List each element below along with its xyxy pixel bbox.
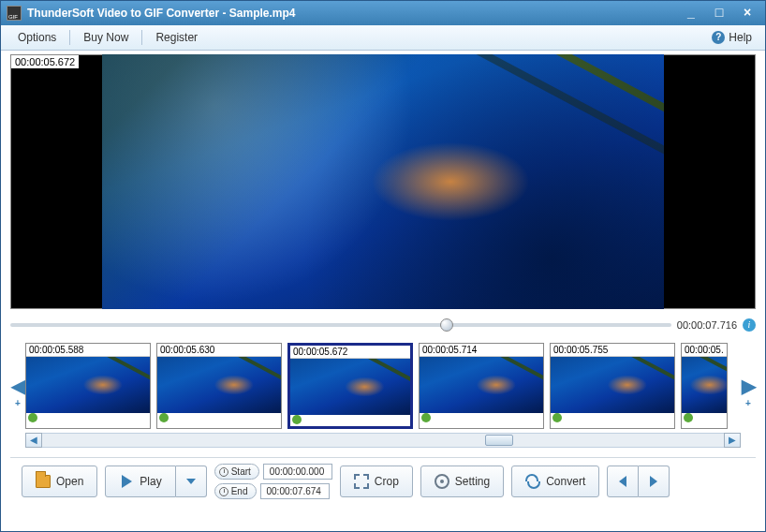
thumbnail-marker-icon (684, 413, 693, 422)
thumbnail-footer (682, 413, 727, 424)
thumbnail-scrollbar: ◀ ▶ (10, 433, 756, 448)
setting-button[interactable]: Setting (420, 466, 504, 497)
thumbnail-footer (26, 413, 150, 424)
crop-icon (354, 474, 369, 489)
crop-label: Crop (375, 475, 399, 488)
end-label: End (231, 486, 248, 496)
thumbnail-image (26, 357, 150, 413)
thumbnail-strip: ◀+ 00:00:05.58800:00:05.63000:00:05.6720… (10, 343, 756, 429)
thumbnail-image (551, 357, 674, 413)
open-label: Open (56, 475, 83, 488)
app-icon (7, 6, 22, 21)
thumbnail-footer (551, 413, 674, 424)
thumbnail[interactable]: 00:00:05.714 (419, 343, 544, 429)
window-title: ThunderSoft Video to GIF Converter - Sam… (27, 7, 683, 20)
video-frame-image (102, 54, 664, 309)
thumbnail[interactable]: 00:00:05. (681, 343, 728, 429)
thumbnail-image (290, 359, 410, 415)
thumbnail-timestamp: 00:00:05.630 (157, 344, 281, 357)
thumbnail-image (157, 357, 281, 413)
gear-icon (435, 474, 449, 489)
menu-buynow[interactable]: Buy Now (74, 27, 138, 48)
strip-next-button[interactable]: ▶+ (741, 352, 756, 420)
thumbnail-marker-icon (552, 413, 562, 422)
set-start-button[interactable]: Start (214, 464, 259, 480)
hscroll-thumb[interactable] (485, 435, 513, 446)
thumbnail-timestamp: 00:00:05.714 (420, 344, 543, 357)
duration-label: 00:00:07.716 (677, 319, 737, 331)
thumbnail-marker-icon (28, 413, 37, 422)
thumbnail[interactable]: 00:00:05.588 (25, 343, 151, 429)
hscroll-right-button[interactable]: ▶ (724, 433, 741, 448)
minimize-button[interactable]: _ (683, 7, 700, 20)
thumbnail-marker-icon (159, 413, 169, 422)
thumbnail-image (682, 357, 727, 413)
thumbnail-image (420, 357, 543, 413)
close-button[interactable]: × (739, 7, 756, 20)
menu-separator (69, 30, 70, 45)
thumbnail[interactable]: 00:00:05.630 (156, 343, 282, 429)
convert-icon (525, 474, 540, 489)
content-area: 00:00:05.672 00:00:07.716 i ◀+ 00:00:05.… (1, 51, 765, 531)
prev-button[interactable] (607, 466, 639, 497)
crop-button[interactable]: Crop (340, 466, 413, 497)
menu-separator (141, 30, 142, 45)
arrow-right-icon (646, 474, 661, 489)
hscroll-left-button[interactable]: ◀ (25, 433, 42, 448)
strip-prev-button[interactable]: ◀+ (10, 352, 25, 420)
thumbnail-footer (157, 413, 281, 424)
start-label: Start (231, 466, 251, 477)
open-button[interactable]: Open (22, 466, 97, 497)
titlebar: ThunderSoft Video to GIF Converter - Sam… (1, 1, 765, 25)
video-preview[interactable]: 00:00:05.672 (10, 54, 756, 309)
info-icon[interactable]: i (743, 318, 756, 332)
plus-icon: + (15, 398, 21, 408)
clock-icon (219, 487, 228, 496)
setting-label: Setting (455, 475, 490, 488)
thumbnail-footer (290, 415, 410, 426)
thumbnail-timestamp: 00:00:05.755 (551, 344, 674, 357)
thumbnail-footer (420, 413, 543, 424)
help-button[interactable]: ? Help (706, 27, 758, 48)
seek-slider-row: 00:00:07.716 i (10, 315, 756, 335)
play-icon (119, 474, 134, 489)
hscroll-track[interactable] (42, 433, 724, 448)
maximize-button[interactable]: □ (711, 7, 728, 20)
menu-register[interactable]: Register (146, 27, 207, 48)
help-label: Help (729, 31, 752, 44)
help-icon: ? (712, 31, 725, 44)
seek-slider-thumb[interactable] (440, 318, 453, 332)
play-menu-button[interactable] (176, 466, 207, 497)
chevron-down-icon (184, 474, 199, 489)
menu-options[interactable]: Options (8, 27, 66, 48)
time-controls: Start 00:00:00.000 End 00:00:07.674 (214, 464, 332, 499)
play-label: Play (140, 475, 161, 488)
thumbnail-timestamp: 00:00:05. (682, 344, 727, 357)
convert-label: Convert (546, 475, 585, 488)
arrow-left-icon (615, 474, 630, 489)
thumbnail-timestamp: 00:00:05.588 (26, 344, 150, 357)
convert-button[interactable]: Convert (511, 466, 599, 497)
thumbnail[interactable]: 00:00:05.755 (550, 343, 675, 429)
thumbnail-timestamp: 00:00:05.672 (290, 346, 410, 359)
play-button[interactable]: Play (105, 466, 175, 497)
folder-icon (36, 474, 51, 489)
nav-buttons (607, 466, 670, 497)
seek-slider[interactable] (10, 323, 671, 327)
controls-row: Open Play Start 00:00:00.000 (10, 457, 756, 505)
current-timestamp-overlay: 00:00:05.672 (11, 55, 79, 68)
start-time-field[interactable]: 00:00:00.000 (263, 464, 332, 480)
thumbnail[interactable]: 00:00:05.672 (287, 343, 413, 429)
clock-icon (219, 467, 228, 477)
end-time-field[interactable]: 00:00:07.674 (260, 483, 330, 499)
plus-icon: + (745, 398, 751, 408)
thumbnail-marker-icon (421, 413, 431, 422)
play-button-group: Play (105, 466, 206, 497)
thumbnail-marker-icon (292, 415, 302, 424)
next-button[interactable] (639, 466, 670, 497)
set-end-button[interactable]: End (214, 483, 257, 499)
app-window: ThunderSoft Video to GIF Converter - Sam… (0, 0, 766, 532)
menubar: Options Buy Now Register ? Help (1, 25, 765, 51)
